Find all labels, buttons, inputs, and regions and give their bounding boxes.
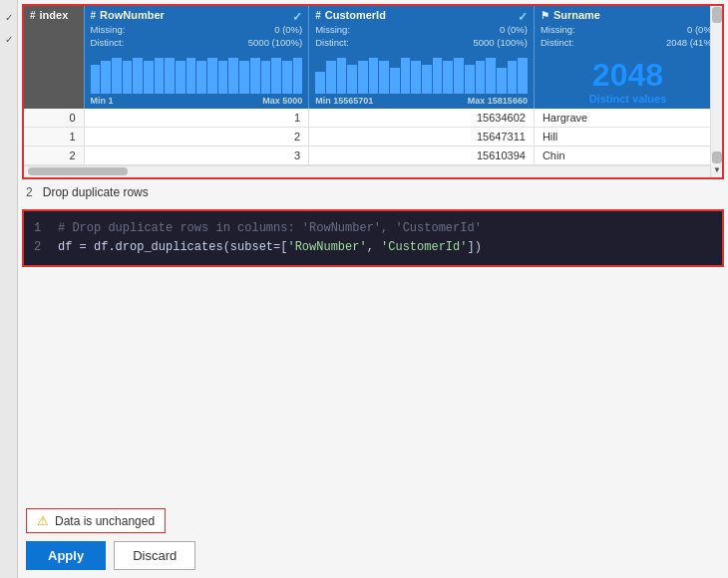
v-scroll-arrow-down[interactable]: ▼: [711, 164, 723, 176]
bar-chart-rownumber: [91, 54, 303, 94]
index-type-icon: #: [30, 10, 36, 21]
distinct-label-sn: Distinct:: [541, 36, 574, 49]
apply-button[interactable]: Apply: [26, 541, 106, 570]
step-label: [36, 185, 39, 199]
table-row: 1 2 15647311 Hill: [24, 127, 722, 145]
chart-range-customerid: Min 15565701 Max 15815660: [315, 96, 528, 106]
min-label-rn: Min 1: [91, 96, 114, 106]
cell-index-0: 0: [24, 109, 84, 128]
code-content-2: df = df.drop_duplicates(subset=['RowNumb…: [58, 238, 482, 257]
cell-rownumber-0: 1: [84, 109, 309, 128]
code-bracket: ]): [467, 240, 481, 254]
bar-chart-customerid: [315, 54, 528, 94]
col-check-rownumber: ✓: [292, 10, 302, 24]
col-header-index[interactable]: # index: [24, 6, 84, 109]
step-section: 2 Drop duplicate rows: [18, 179, 728, 209]
col-label-index: index: [40, 9, 69, 21]
distinct-val-sn: 2048 (41%): [666, 36, 715, 49]
distinct-large-value: 2048: [541, 58, 715, 93]
bottom-area: ⚠ Data is unchanged Apply Discard: [18, 500, 728, 578]
surname-type-icon: ⚑: [541, 10, 549, 21]
table-body: 0 1 15634602 Hargrave 1 2 15647311 Hill: [24, 109, 722, 165]
cell-rownumber-1: 2: [84, 127, 309, 145]
missing-val-rn: 0 (0%): [274, 23, 302, 36]
cell-customerid-0: 15634602: [309, 109, 535, 128]
distinct-val-cid: 5000 (100%): [474, 36, 528, 49]
max-label-cid: Max 15815660: [468, 96, 528, 106]
spacer: [18, 267, 728, 500]
col-header-rownumber[interactable]: # RowNumber ✓ Missing: 0 (0%): [84, 6, 309, 109]
content-area: # index # RowNumber ✓: [18, 0, 728, 578]
status-bar: ⚠ Data is unchanged: [26, 508, 166, 533]
cell-surname-0: Hargrave: [534, 109, 721, 128]
table-row: 0 1 15634602 Hargrave: [24, 109, 722, 128]
col-header-customerid[interactable]: # CustomerId ✓ Missing: 0 (0%): [309, 6, 535, 109]
max-label-rn: Max 5000: [262, 96, 302, 106]
line-num-2: 2: [34, 238, 46, 257]
discard-button[interactable]: Discard: [114, 541, 195, 570]
left-bar: ✓ ✓: [0, 0, 18, 578]
step-title: 2 Drop duplicate rows: [26, 185, 720, 199]
horizontal-scrollbar[interactable]: ▶: [24, 165, 722, 177]
distinct-label-cid: Distinct:: [315, 36, 349, 49]
missing-label-rn: Missing:: [91, 23, 126, 36]
code-str-1: 'RowNumber': [287, 240, 366, 254]
warning-icon: ⚠: [37, 513, 49, 528]
table-row: 2 3 15610394 Chin: [24, 145, 722, 164]
cell-surname-2: Chin: [534, 145, 721, 164]
data-table: # index # RowNumber ✓: [24, 6, 722, 165]
code-var: df = df.drop_duplicates(subset=[: [58, 240, 287, 254]
cell-customerid-1: 15647311: [309, 127, 535, 145]
main-container: ✓ ✓ # index: [0, 0, 728, 578]
distinct-label-rn: Distinct:: [91, 36, 125, 49]
distinct-val-rn: 5000 (100%): [248, 36, 302, 49]
step-number: 2: [26, 185, 33, 199]
vertical-scrollbar[interactable]: ▼: [710, 6, 722, 177]
action-buttons: Apply Discard: [26, 541, 720, 570]
code-line-1: 1 # Drop duplicate rows in columns: 'Row…: [34, 219, 712, 238]
code-str-2: 'CustomerId': [381, 240, 467, 254]
line-num-1: 1: [34, 219, 46, 238]
customerid-type-icon: #: [315, 10, 321, 21]
cell-customerid-2: 15610394: [309, 145, 535, 164]
v-scroll-thumb-bottom[interactable]: [712, 151, 722, 163]
v-scroll-thumb[interactable]: [712, 7, 722, 23]
step-check-1: ✓: [2, 10, 16, 24]
step-description: Drop duplicate rows: [43, 185, 149, 199]
missing-val-cid: 0 (0%): [500, 23, 528, 36]
col-label-customerid: CustomerId: [325, 9, 386, 21]
col-check-customerid: ✓: [518, 10, 528, 24]
code-comment-1: # Drop duplicate rows in columns: 'RowNu…: [58, 219, 482, 238]
cell-rownumber-2: 3: [84, 145, 309, 164]
col-stats-rownumber: Missing: 0 (0%) Distinct: 5000 (100%): [91, 23, 303, 50]
missing-label-sn: Missing:: [541, 23, 575, 36]
col-stats-customerid: Missing: 0 (0%) Distinct: 5000 (100%): [315, 23, 528, 50]
min-label-cid: Min 15565701: [315, 96, 373, 106]
distinct-large-label: Distinct values: [541, 93, 715, 105]
col-label-rownumber: RowNumber: [100, 9, 165, 21]
cell-index-2: 2: [24, 145, 84, 164]
col-header-surname[interactable]: ⚑ Surname Missing: 0 (0%) Disti: [534, 6, 721, 109]
cell-surname-1: Hill: [534, 127, 721, 145]
chart-range-rownumber: Min 1 Max 5000: [91, 96, 303, 106]
step-check-2: ✓: [2, 32, 16, 46]
table-container[interactable]: # index # RowNumber ✓: [24, 6, 722, 165]
col-label-surname: Surname: [553, 9, 600, 21]
data-preview-panel: # index # RowNumber ✓: [22, 4, 724, 179]
code-comma: ,: [367, 240, 381, 254]
missing-label-cid: Missing:: [315, 23, 350, 36]
status-text: Data is unchanged: [55, 514, 155, 528]
rownumber-type-icon: #: [91, 10, 97, 21]
code-line-2: 2 df = df.drop_duplicates(subset=['RowNu…: [34, 238, 712, 257]
code-block[interactable]: 1 # Drop duplicate rows in columns: 'Row…: [22, 209, 724, 267]
cell-index-1: 1: [24, 127, 84, 145]
col-stats-surname: Missing: 0 (0%) Distinct: 2048 (41%): [541, 23, 715, 50]
h-scroll-thumb[interactable]: [28, 167, 128, 175]
